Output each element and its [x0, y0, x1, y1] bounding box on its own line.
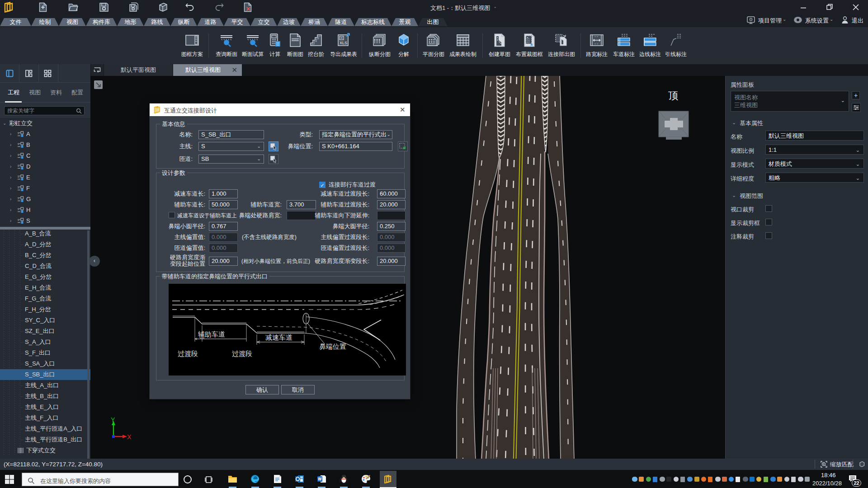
svg-text:过渡段: 过渡段 [178, 350, 198, 357]
svg-text:XLS: XLS [340, 41, 347, 45]
svg-text:过渡段: 过渡段 [232, 350, 252, 357]
svg-text:Y: Y [111, 416, 115, 423]
svg-text:鼻端位置: 鼻端位置 [319, 343, 346, 350]
svg-text:减速车道: 减速车道 [265, 334, 292, 341]
svg-text:辅助车道: 辅助车道 [198, 331, 225, 338]
svg-text:顶: 顶 [668, 90, 678, 101]
svg-text:X: X [127, 433, 132, 441]
